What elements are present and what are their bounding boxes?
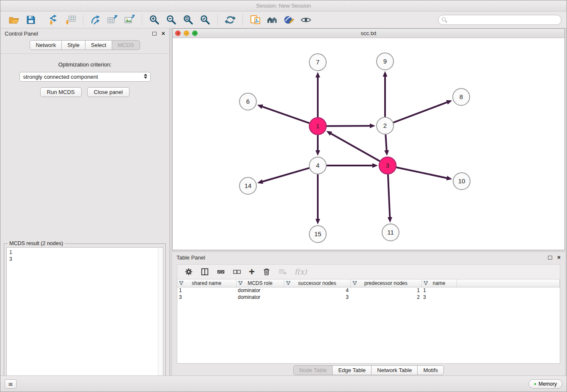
tab-edge-table[interactable]: Edge Table [332,365,372,375]
graph-edge-3-11[interactable] [388,175,390,218]
network-window-titlebar[interactable]: × − + scc.txt [173,29,564,38]
cell-successor-nodes[interactable]: 3 [284,294,350,301]
column-header-shared-name[interactable]: shared name [177,279,236,287]
graph-edge-2-8[interactable] [394,102,449,123]
function-builder-button[interactable]: f(x) [295,268,307,276]
node-table: shared name MCDS role successor nodes [177,279,560,364]
graph-edge-3-1[interactable] [330,133,380,161]
column-header-predecessor-nodes[interactable]: predecessor nodes [350,279,421,287]
column-type-icon [352,281,357,287]
column-browser-icon [201,268,209,276]
search-input[interactable] [438,15,561,25]
export-table-icon[interactable] [107,14,118,25]
cell-shared-name[interactable]: 1 [177,287,236,294]
combo-stepper-icon [144,74,147,79]
select-all-button[interactable] [217,268,225,276]
import-table-icon[interactable] [65,14,76,25]
save-icon[interactable] [25,14,36,25]
cell-mcds-role[interactable]: dominator [236,287,284,294]
refresh-icon[interactable] [225,14,236,25]
cell-shared-name[interactable]: 3 [177,294,236,301]
float-table-panel-icon[interactable] [548,256,552,259]
table-settings-button[interactable] [184,268,193,276]
deselect-all-button[interactable] [233,268,241,276]
graph-arrowhead [446,100,452,105]
graph-node-label: 1 [316,122,319,130]
table-panel-title: Table Panel [176,254,205,261]
tab-select[interactable]: Select [85,40,112,50]
column-type-icon [238,281,243,287]
float-panel-icon[interactable] [152,32,157,36]
delete-table-button[interactable] [278,268,287,276]
graph-arrowhead [257,105,263,109]
close-table-panel-icon[interactable]: × [557,254,561,260]
cell-predecessor-nodes[interactable]: 1 [350,287,421,294]
panel-menu-button[interactable]: ≡ [5,379,17,389]
zoom-fit-icon[interactable] [183,14,194,25]
graph-arrowhead [383,71,388,77]
import-network-icon[interactable] [48,14,59,25]
table-header-row: shared name MCDS role successor nodes [177,279,560,287]
clone-network-icon[interactable] [250,14,261,25]
column-header-name[interactable]: name [421,279,457,287]
tab-node-table[interactable]: Node Table [293,365,333,375]
column-type-icon [424,281,428,287]
status-bar: ≡ ● Memory [0,375,567,392]
mcds-panel-body: Optimization criterion: strongly connect… [0,61,169,385]
zoom-in-icon[interactable] [149,14,160,25]
tab-mcds[interactable]: MCDS [112,40,140,50]
close-panel-button[interactable]: Close panel [87,87,130,97]
graph-edge-2-3[interactable] [385,135,386,152]
mcds-result-text[interactable]: 1 3 [6,247,163,376]
graph-node-label: 7 [316,58,319,66]
toolbar-separator [217,14,218,25]
criterion-select[interactable]: strongly connected component [19,72,151,82]
cell-predecessor-nodes[interactable]: 2 [350,294,421,301]
graph-edge-3-10[interactable] [397,168,448,179]
cell-name[interactable]: 1 [421,287,457,294]
desktop-area: × − + scc.txt 7968124314101511 Table Pan… [170,28,567,375]
graph-node-label: 6 [246,98,250,105]
branch-arrows-icon[interactable] [90,14,101,25]
table-tabs: Node Table Edge Table Network Table Moti… [172,364,565,376]
graph-node-label: 14 [245,182,252,189]
home-neighbors-icon[interactable] [267,14,278,25]
tab-style[interactable]: Style [61,40,85,50]
column-header-mcds-role[interactable]: MCDS role [236,279,284,287]
open-folder-icon[interactable] [8,14,19,25]
graph-node-label: 15 [314,230,322,237]
zoom-selected-icon[interactable] [200,14,211,25]
show-hide-icon[interactable] [300,14,311,25]
network-graph[interactable]: 7968124314101511 [173,38,564,250]
graph-edge-1-2[interactable] [327,126,371,126]
graph-arrowhead [370,124,375,128]
zoom-out-icon[interactable] [166,14,177,25]
plus-icon: + [249,268,255,276]
cell-name[interactable]: 3 [421,294,457,301]
graph-edge-1-6[interactable] [261,106,309,123]
fx-icon: f(x) [295,268,307,276]
gear-icon [184,268,193,276]
tab-motifs[interactable]: Motifs [417,365,444,375]
graph-node-label: 4 [316,162,319,169]
export-image-icon[interactable] [124,14,135,25]
cell-successor-nodes[interactable]: 4 [284,287,350,294]
result-line: 1 [9,249,160,256]
tab-network-table[interactable]: Network Table [371,365,418,375]
graph-edge-4-14[interactable] [261,168,309,182]
apply-style-icon[interactable] [284,14,295,25]
column-header-successor-nodes[interactable]: successor nodes [284,279,350,287]
delete-column-button[interactable] [262,268,271,276]
show-columns-button[interactable] [201,268,209,276]
memory-button[interactable]: ● Memory [528,379,562,389]
run-mcds-button[interactable]: Run MCDS [40,87,82,97]
table-row[interactable]: 3 dominator 3 2 3 [177,294,560,301]
table-row[interactable]: 1 dominator 4 1 1 [177,287,560,294]
control-panel-tabs: Network Style Select MCDS [0,39,169,54]
tab-network[interactable]: Network [30,40,62,50]
add-column-button[interactable]: + [249,268,255,276]
network-window-title: scc.txt [173,30,564,36]
result-scrollbar[interactable] [158,248,163,376]
close-panel-icon[interactable]: × [162,30,165,36]
cell-mcds-role[interactable]: dominator [236,294,284,301]
